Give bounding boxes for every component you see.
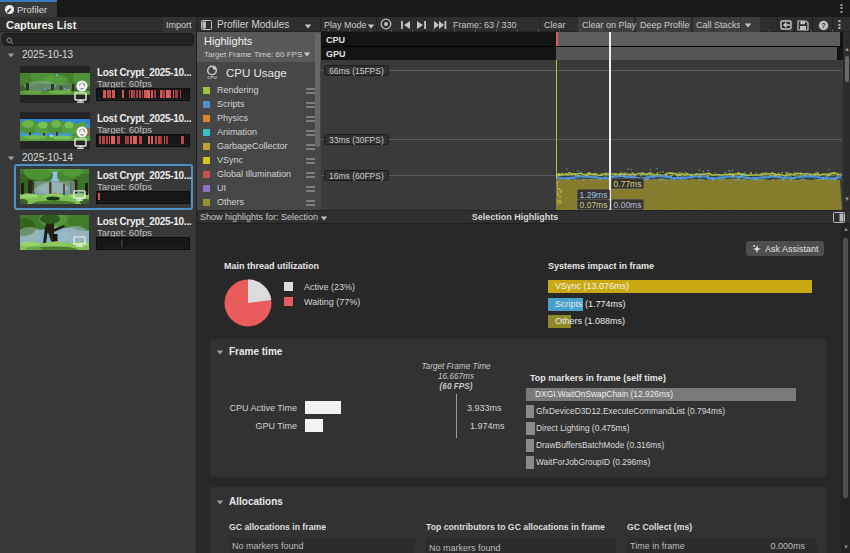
svg-text:CPU: CPU <box>207 75 216 80</box>
svg-text:?: ? <box>821 21 826 30</box>
